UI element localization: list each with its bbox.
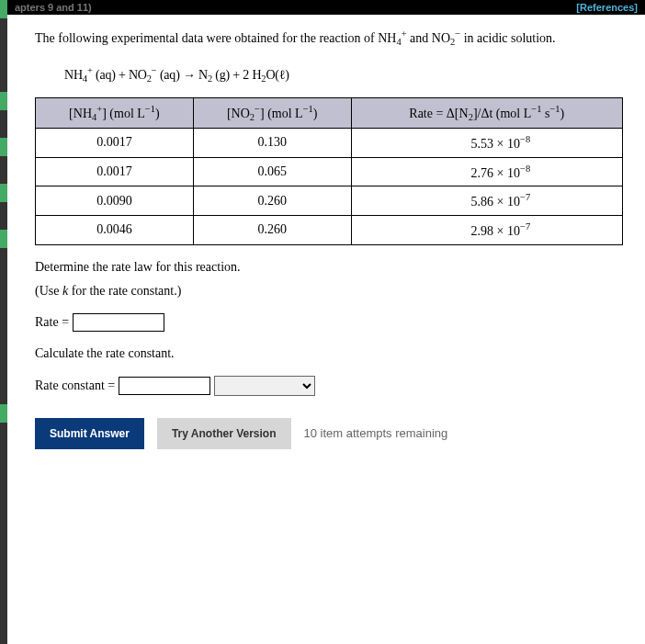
prompt-rate-constant: Calculate the rate constant. bbox=[35, 346, 628, 361]
cell-rate: 5.53 × 10−8 bbox=[351, 129, 622, 158]
sidebar bbox=[0, 0, 7, 644]
cell-rate: 5.86 × 10−7 bbox=[351, 186, 622, 216]
cell-no2: 0.260 bbox=[193, 186, 351, 216]
cell-nh4: 0.0090 bbox=[36, 186, 194, 216]
cell-no2: 0.065 bbox=[193, 157, 351, 186]
data-table: [NH4+] (mol L−1) [NO2−] (mol L−1) Rate =… bbox=[35, 97, 623, 245]
table-row: 0.0017 0.065 2.76 × 10−8 bbox=[36, 157, 623, 186]
cell-nh4: 0.0046 bbox=[36, 215, 194, 244]
intro-mid: and NO bbox=[407, 31, 450, 45]
cell-rate: 2.98 × 10−7 bbox=[351, 215, 622, 244]
cell-rate: 2.76 × 10−8 bbox=[351, 157, 622, 186]
cell-nh4: 0.0017 bbox=[36, 129, 194, 158]
sidebar-highlight bbox=[0, 184, 7, 202]
reaction-equation: NH4+ (aq) + NO2− (aq) → N2 (g) + 2 H2O(ℓ… bbox=[35, 60, 628, 96]
table-header-no2: [NO2−] (mol L−1) bbox=[193, 97, 351, 128]
attempts-remaining: 10 item attempts remaining bbox=[304, 426, 448, 440]
prompt-use-k: (Use k for the rate constant.) bbox=[35, 284, 628, 299]
sidebar-highlight bbox=[0, 0, 7, 18]
intro-pre: The following experimental data were obt… bbox=[35, 31, 396, 45]
header-bar: apters 9 and 11) [References] bbox=[7, 0, 645, 15]
rate-constant-input[interactable] bbox=[119, 377, 210, 395]
submit-answer-button[interactable]: Submit Answer bbox=[35, 418, 144, 449]
intro-sub1: 4 bbox=[396, 37, 401, 47]
prompt-rate-law: Determine the rate law for this reaction… bbox=[35, 260, 628, 275]
cell-nh4: 0.0017 bbox=[36, 157, 194, 186]
table-header-rate: Rate = Δ[N2]/Δt (mol L−1 s−1) bbox=[351, 97, 622, 128]
table-row: 0.0017 0.130 5.53 × 10−8 bbox=[36, 129, 623, 158]
rate-label: Rate = bbox=[35, 315, 69, 330]
problem-content: The following experimental data were obt… bbox=[18, 15, 645, 479]
try-another-version-button[interactable]: Try Another Version bbox=[157, 418, 291, 449]
intro-text: The following experimental data were obt… bbox=[35, 28, 628, 49]
button-row: Submit Answer Try Another Version 10 ite… bbox=[35, 418, 628, 449]
rate-input[interactable] bbox=[73, 313, 164, 332]
cell-no2: 0.130 bbox=[193, 129, 351, 158]
header-left-text: apters 9 and 11) bbox=[15, 2, 92, 13]
table-row: 0.0090 0.260 5.86 × 10−7 bbox=[36, 186, 623, 216]
table-header-nh4: [NH4+] (mol L−1) bbox=[36, 97, 194, 128]
intro-post: in acidic solution. bbox=[460, 31, 555, 45]
rate-answer-row: Rate = bbox=[35, 313, 628, 332]
sidebar-highlight bbox=[0, 138, 7, 156]
rate-constant-label: Rate constant = bbox=[35, 378, 115, 393]
rate-constant-row: Rate constant = bbox=[35, 376, 628, 396]
sidebar-highlight bbox=[0, 404, 7, 423]
cell-no2: 0.260 bbox=[193, 215, 351, 244]
sidebar-highlight bbox=[0, 230, 7, 248]
references-link[interactable]: [References] bbox=[576, 2, 638, 13]
sidebar-highlight bbox=[0, 92, 7, 110]
table-row: 0.0046 0.260 2.98 × 10−7 bbox=[36, 215, 623, 244]
rate-constant-units-select[interactable] bbox=[214, 376, 315, 396]
intro-sub2: 2 bbox=[450, 37, 455, 47]
